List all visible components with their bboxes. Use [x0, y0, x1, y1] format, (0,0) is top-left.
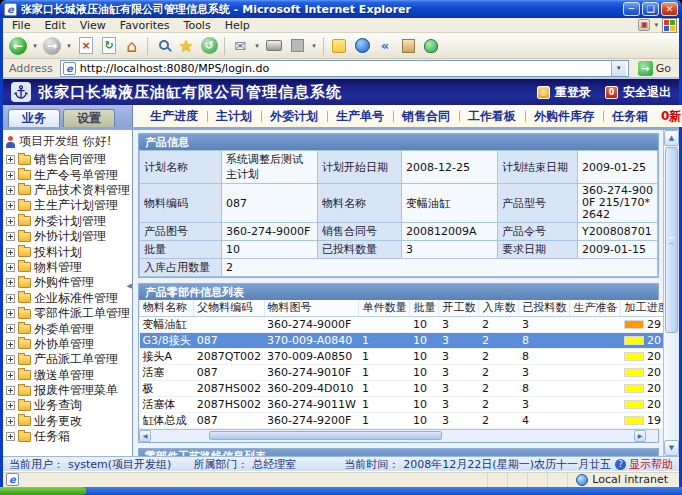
mail-dropdown[interactable]: ▾: [252, 35, 262, 57]
column-header[interactable]: 开工数: [439, 300, 479, 316]
tab-settings[interactable]: 设置: [63, 109, 115, 127]
tree-item[interactable]: 零部件派工单管理: [3, 306, 132, 321]
edit-button[interactable]: [286, 35, 308, 57]
expand-icon[interactable]: [6, 217, 15, 226]
scroll-thumb[interactable]: [665, 147, 678, 333]
tree-item[interactable]: 外委单管理: [3, 321, 132, 336]
column-header[interactable]: 物料图号: [264, 300, 359, 316]
expand-icon[interactable]: [6, 417, 15, 426]
menu-item[interactable]: Tools: [177, 19, 218, 32]
tab-business[interactable]: 业务: [8, 109, 60, 127]
parts-table-hscrollbar[interactable]: ◀ ▶: [139, 429, 658, 442]
menu-item[interactable]: File: [5, 19, 37, 32]
page-vscrollbar[interactable]: ▲ ▼: [663, 130, 679, 456]
scroll-thumb[interactable]: [209, 431, 442, 440]
media-globe-button[interactable]: [351, 35, 373, 57]
tree-item[interactable]: 报废件管理菜单: [3, 383, 132, 398]
tree-item[interactable]: 外协计划管理: [3, 229, 132, 244]
brand-dropdown-icon[interactable]: ▾: [654, 21, 658, 29]
part-row[interactable]: 接头A 2087QT002 370-009-A0850 1 10 3 2 8: [140, 348, 664, 364]
scroll-left-icon[interactable]: ◀: [139, 430, 151, 442]
tree-item[interactable]: 产品技术资料管理: [3, 183, 132, 198]
column-header[interactable]: 父物料编码: [194, 300, 264, 316]
stop-button[interactable]: ×: [75, 35, 97, 57]
part-row[interactable]: 活塞 087 360-274-9010F 1 10 3 2 3: [140, 364, 664, 380]
favorites-button[interactable]: ★: [175, 35, 197, 57]
discussions-button[interactable]: [328, 35, 350, 57]
tree-item[interactable]: 主生产计划管理: [3, 198, 132, 213]
tree-item[interactable]: 生产令号单管理: [3, 167, 132, 182]
expand-icon[interactable]: [6, 401, 15, 410]
show-help-link[interactable]: ? 显示帮助: [615, 457, 673, 472]
menu-item[interactable]: Edit: [37, 19, 72, 32]
back-dropdown[interactable]: ▾: [30, 35, 40, 57]
nav-link[interactable]: 工作看板: [459, 108, 525, 125]
part-row[interactable]: G3/8接头 087 370-009-A0840 1 10 3 2 8: [140, 332, 664, 348]
part-row[interactable]: 活塞体 2087HS002 360-274-9011W 1 10 3 2 3: [140, 396, 664, 412]
expand-icon[interactable]: [6, 294, 15, 303]
expand-icon[interactable]: [6, 386, 15, 395]
column-header[interactable]: 物料名称: [140, 300, 194, 316]
toolbar-brand-icon[interactable]: ▣: [638, 19, 650, 31]
tree-item[interactable]: 外委计划管理: [3, 214, 132, 229]
nav-link[interactable]: 销售合同: [393, 108, 459, 125]
expand-icon[interactable]: [6, 309, 15, 318]
expand-icon[interactable]: [6, 155, 15, 164]
tree-item[interactable]: 外协单管理: [3, 337, 132, 352]
relogin-button[interactable]: ◎ 重登录: [537, 84, 591, 101]
nav-link[interactable]: 任务箱: [603, 108, 657, 125]
tree-item[interactable]: 投料计划: [3, 244, 132, 259]
expand-icon[interactable]: [6, 355, 15, 364]
expand-icon[interactable]: [6, 340, 15, 349]
tree-item[interactable]: 销售合同管理: [3, 152, 132, 167]
menu-item[interactable]: View: [73, 19, 113, 32]
tree-item[interactable]: 外购件管理: [3, 275, 132, 290]
print-button[interactable]: [263, 35, 285, 57]
tree-item[interactable]: 业务更改: [3, 414, 132, 429]
msn-arrow-button[interactable]: «: [374, 35, 396, 57]
scroll-right-icon[interactable]: ▶: [634, 430, 646, 442]
tree-item[interactable]: 物料管理: [3, 260, 132, 275]
tree-item[interactable]: 产品派工单管理: [3, 352, 132, 367]
menu-item[interactable]: Help: [218, 19, 257, 32]
tree-item[interactable]: 企业标准件管理: [3, 291, 132, 306]
history-button[interactable]: ↺: [198, 35, 220, 57]
splitter-collapse-icon[interactable]: ◀: [127, 282, 132, 290]
tree-item[interactable]: 任务箱: [3, 429, 132, 444]
close-button[interactable]: ✕: [661, 2, 678, 16]
mail-button[interactable]: ✉: [229, 35, 251, 57]
back-button[interactable]: ←: [7, 35, 29, 57]
part-row[interactable]: 极 2087HS002 360-209-4D010 1 10 3 2 8: [140, 380, 664, 396]
column-header[interactable]: 已投料数: [519, 300, 570, 316]
expand-icon[interactable]: [6, 232, 15, 241]
edit-dropdown[interactable]: ▾: [309, 35, 319, 57]
column-header[interactable]: 单件数量: [359, 300, 410, 316]
expand-icon[interactable]: [6, 371, 15, 380]
address-input[interactable]: e http://localhost:8080/MPS/login.do ▾: [60, 60, 629, 77]
expand-icon[interactable]: [6, 171, 15, 180]
nav-link[interactable]: 生产进度: [141, 108, 207, 125]
start-button[interactable]: [0, 487, 86, 495]
home-button[interactable]: ⌂: [121, 35, 143, 57]
forward-dropdown[interactable]: ▾: [64, 35, 74, 57]
nav-link[interactable]: 生产单号: [327, 108, 393, 125]
column-header[interactable]: 入库数: [479, 300, 519, 316]
research-button[interactable]: [397, 35, 419, 57]
search-button[interactable]: [152, 35, 174, 57]
tree-item[interactable]: 缴送单管理: [3, 367, 132, 382]
go-button[interactable]: → Go: [633, 61, 676, 76]
messenger-button[interactable]: [420, 35, 442, 57]
part-row[interactable]: 缸体总成 087 360-274-9200F 1 10 3 2 4: [140, 412, 664, 428]
expand-icon[interactable]: [6, 278, 15, 287]
column-header[interactable]: 批量: [410, 300, 439, 316]
tree-item[interactable]: 业务查询: [3, 398, 132, 413]
part-row[interactable]: 变幅油缸 360-274-9000F 10 3 2 3: [140, 316, 664, 332]
column-header[interactable]: 加工进度: [621, 300, 663, 316]
menu-item[interactable]: Favorites: [113, 19, 177, 32]
minimize-button[interactable]: ─: [623, 2, 640, 16]
expand-icon[interactable]: [6, 248, 15, 257]
logout-button[interactable]: 0 安全退出: [605, 84, 671, 101]
address-dropdown-icon[interactable]: ▾: [611, 61, 626, 76]
maximize-button[interactable]: ❑: [642, 2, 659, 16]
expand-icon[interactable]: [6, 432, 15, 441]
